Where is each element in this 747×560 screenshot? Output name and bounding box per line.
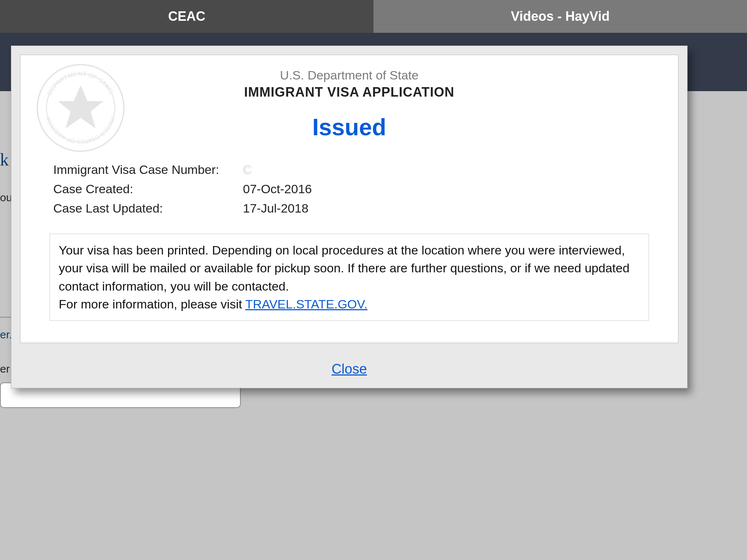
visa-status: Issued	[35, 114, 663, 141]
case-number-value: C	[243, 163, 252, 177]
case-updated-value: 17-Jul-2018	[243, 201, 309, 215]
tab-ceac-label: CEAC	[168, 9, 205, 24]
modal-footer: Close	[11, 352, 687, 388]
visa-status-modal: DEPARTMENT OF STATE UNITED STATES OF AME…	[11, 46, 688, 388]
dept-name: U.S. Department of State	[35, 68, 663, 82]
case-updated-row: Case Last Updated: 17-Jul-2018	[53, 201, 663, 215]
status-message: Your visa has been printed. Depending on…	[50, 234, 649, 321]
close-button[interactable]: Close	[332, 361, 367, 377]
case-created-label: Case Created:	[53, 182, 243, 196]
case-created-value: 07-Oct-2016	[243, 182, 312, 196]
state-dept-seal-icon: DEPARTMENT OF STATE UNITED STATES OF AME…	[35, 62, 126, 153]
tab-ceac[interactable]: CEAC	[0, 0, 374, 33]
modal-content: DEPARTMENT OF STATE UNITED STATES OF AME…	[20, 55, 678, 343]
application-title: IMMIGRANT VISA APPLICATION	[35, 85, 663, 100]
travel-state-gov-link[interactable]: TRAVEL.STATE.GOV.	[245, 297, 367, 311]
case-updated-label: Case Last Updated:	[53, 201, 243, 215]
tab-videos-label: Videos - HayVid	[511, 9, 610, 24]
case-fields: Immigrant Visa Case Number: C Case Creat…	[53, 163, 663, 215]
tab-videos[interactable]: Videos - HayVid	[374, 0, 747, 33]
case-created-row: Case Created: 07-Oct-2016	[53, 182, 663, 196]
more-info-prefix: For more information, please visit	[59, 297, 245, 311]
browser-tabbar: CEAC Videos - HayVid	[0, 0, 747, 33]
case-number-row: Immigrant Visa Case Number: C	[53, 163, 663, 177]
modal-header: U.S. Department of State IMMIGRANT VISA …	[35, 68, 663, 141]
svg-text:UNITED STATES OF AMERICA: UNITED STATES OF AMERICA	[44, 116, 117, 145]
message-body: Your visa has been printed. Depending on…	[59, 243, 630, 293]
case-number-label: Immigrant Visa Case Number:	[53, 163, 243, 177]
